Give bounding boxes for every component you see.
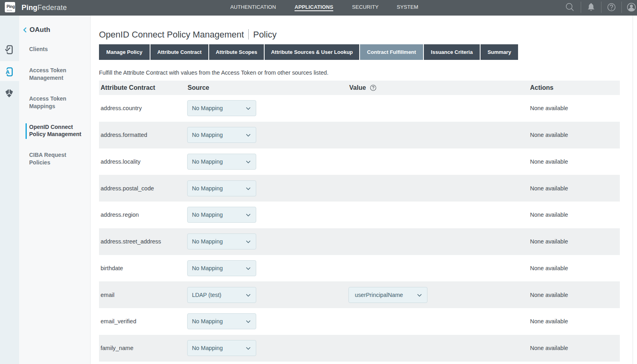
- svg-text:A: A: [6, 69, 10, 75]
